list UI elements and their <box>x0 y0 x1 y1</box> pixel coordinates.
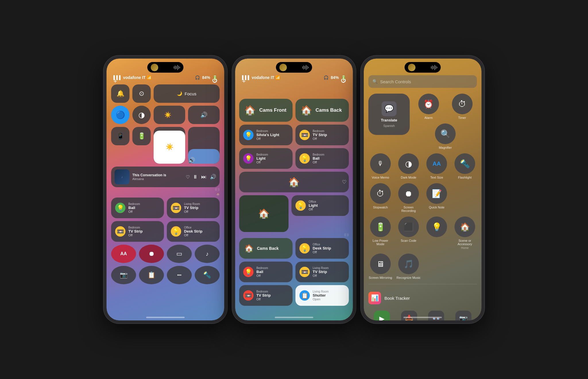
translate-button[interactable]: 💬 Translate Spanish <box>368 94 410 135</box>
battery-button[interactable]: 🔋 <box>132 127 151 145</box>
play-bottom-icon[interactable]: ▶ <box>374 311 390 320</box>
light-bulb-button[interactable]: 💡 <box>426 216 447 237</box>
playback-controls: ⏸ ⏭ 🔊 <box>193 174 216 180</box>
dark-mode-icon: ◑ <box>138 111 145 119</box>
more-button[interactable]: ••• <box>167 266 192 284</box>
bedroom-tv-strip-tile-2[interactable]: 📼 Bedroom TV Strip Off <box>295 125 349 145</box>
book-tracker-row[interactable]: 📊 Book Tracker <box>368 289 477 307</box>
home-scene-button-2[interactable]: 🏠 <box>239 195 289 232</box>
sliders-row: 🔵 ◑ ☀️ 🔊 <box>111 106 220 124</box>
bedroom-tv-strip-text: Bedroom TV Strip Off <box>128 226 160 237</box>
controls-row-2: 🎙 Voice Memo ◑ Dark Mode AA Text Size 🔦 … <box>368 153 477 179</box>
bedroom-tv-strip-tile[interactable]: 📼 Bedroom TV Strip Off <box>111 221 164 242</box>
quick-note-button[interactable]: 📝 <box>426 183 447 204</box>
office-desk-strip-tile[interactable]: 💡 Office Desk Strip Off <box>167 221 220 242</box>
camera-button[interactable]: 📷 <box>111 266 136 284</box>
search-icon: 🔍 <box>372 79 378 84</box>
recognize-music-button[interactable]: 🎵 <box>398 254 419 274</box>
screen-3: 🔍 Search Controls 💬 Translate Spanish ⏰ <box>364 59 481 320</box>
cams-back-tile-2[interactable]: 🏠 Cams Back <box>239 238 293 259</box>
rotation-lock-button[interactable]: ⊙ <box>132 84 151 103</box>
voice-memo-label: Voice Memo <box>372 176 389 179</box>
text-size-button[interactable]: AA <box>111 245 136 263</box>
focus-button[interactable]: 🌙 Focus <box>154 84 220 103</box>
pause-button[interactable]: ⏸ <box>193 174 198 180</box>
remote-icon: 📱 <box>117 132 124 140</box>
living-room-tv-strip-icon-2: 📼 <box>299 267 310 277</box>
brightness-slider[interactable]: ☀️ <box>154 106 185 124</box>
silvias-light-tile[interactable]: 💡 Bedroom Silvia's Light Off <box>239 125 293 145</box>
search-controls-bar[interactable]: 🔍 Search Controls <box>368 75 477 88</box>
volume-slider-tall[interactable]: 🔊 <box>188 127 220 164</box>
note-button[interactable]: 📋 <box>139 266 164 284</box>
heart-icon: ♡ <box>342 179 347 185</box>
living-room-tv-strip-tile[interactable]: 📼 Living Room TV Strip Off <box>167 198 220 218</box>
power-button-2[interactable]: ⏻ <box>341 78 346 84</box>
low-power-ctrl: 🔋 Low Power Mode <box>368 216 392 250</box>
volume-button[interactable]: 🔊 <box>210 174 216 180</box>
flashlight-button-3[interactable]: 🔦 <box>454 153 475 174</box>
power-button[interactable]: ⏻ <box>212 78 217 84</box>
screen-record-button[interactable]: ⏺ <box>139 245 164 263</box>
add-button-2[interactable]: + <box>242 78 246 85</box>
home-indicator-1 <box>146 317 185 318</box>
living-room-shutter-tile[interactable]: 📋 Living Room Shutter Open <box>295 285 349 306</box>
aa-icon: AA <box>120 251 127 256</box>
section-divider <box>368 284 477 284</box>
living-room-tv-strip-tile-2[interactable]: 📼 Living Room TV Strip Off <box>295 262 349 282</box>
translate-label: Translate <box>381 118 397 122</box>
scene-accessory-button[interactable]: 🏠 <box>454 216 475 237</box>
moon-icon: 🌙 <box>177 91 182 96</box>
add-button[interactable]: + <box>113 78 117 85</box>
office-light-tile[interactable]: 💡 Office Light Off <box>291 195 349 216</box>
desk-strip-icon: 💡 <box>171 226 181 237</box>
dark-mode-button[interactable]: ◑ <box>132 106 151 124</box>
heart-fav[interactable]: ♡ <box>186 174 190 180</box>
bedroom-ball-tile[interactable]: 💡 Bedroom Ball Off <box>111 198 164 218</box>
cams-back-tile[interactable]: 🏠 Cams Back <box>295 99 349 122</box>
stopwatch-button[interactable]: ⏱ <box>370 183 391 204</box>
bedroom-tv-strip-red-tile[interactable]: 📼 Bedroom TV Strip Off <box>239 285 293 306</box>
remote-button[interactable]: 📱 <box>111 127 129 145</box>
flashlight-button[interactable]: 🔦 <box>195 266 220 284</box>
magnifier-button[interactable]: 🔍 <box>435 123 456 144</box>
di-avatar-2 <box>279 64 287 71</box>
quick-note-ctrl: 📝 Quick Note <box>425 183 449 212</box>
next-button[interactable]: ⏭ <box>201 174 206 180</box>
voice-memo-button[interactable]: 🎙 <box>370 153 391 174</box>
inbox-bottom-icon[interactable]: 📥 <box>401 311 417 320</box>
office-desk-strip-tile-2[interactable]: 💡 Office Desk Strip Off <box>295 238 349 259</box>
bluetooth-button[interactable]: 🔵 <box>111 106 129 124</box>
text-size-button-3[interactable]: AA <box>426 153 447 174</box>
bedroom-light-tile[interactable]: 💡 Bedroom Light Off <box>239 148 293 169</box>
screenshot-bottom-icon[interactable]: 📷 <box>455 311 471 320</box>
bell-icon: 🔔 <box>117 90 124 97</box>
track-title: This Conversation is <box>132 173 183 177</box>
di-waveform-1 <box>174 65 180 70</box>
cams-front-tile[interactable]: 🏠 Cams Front <box>239 99 293 122</box>
recognize-music-ctrl: 🎵 Recognize Music <box>396 254 421 279</box>
alarm-button[interactable]: ⏰ <box>418 94 439 114</box>
dark-mode-button-3[interactable]: ◑ <box>398 153 419 174</box>
scan-code-button[interactable]: ⬛ <box>398 216 419 237</box>
glasses-bottom-icon[interactable]: 👓 <box>428 311 444 320</box>
screen-mirror-button-3[interactable]: 🖥 <box>370 254 391 274</box>
low-power-button[interactable]: 🔋 <box>370 216 391 237</box>
mute-button[interactable]: 🔔 <box>111 84 129 103</box>
flashlight-label: Flashlight <box>458 176 471 179</box>
timer-ctrl-item: ⏱ Timer <box>447 94 477 119</box>
timer-label: Timer <box>458 116 466 119</box>
bedroom-ball-red-tile[interactable]: 💡 Bedroom Ball Off <box>239 262 293 282</box>
screen-mirror-button[interactable]: ▭ <box>167 245 192 263</box>
volume-slider[interactable]: 🔊 <box>188 106 220 124</box>
brightness-slider-tall[interactable]: ☀️ <box>154 127 185 164</box>
screen-record-button-3[interactable]: ⏺ <box>398 183 419 204</box>
home-scene-button-1[interactable]: 🏠 <box>239 172 349 192</box>
bedroom-ball-tile-2[interactable]: 💡 Bedroom Ball Off <box>295 148 349 169</box>
book-tracker-label: Book Tracker <box>384 296 410 301</box>
last-tiles-row: 📼 Bedroom TV Strip Off 📋 Living Room Shu… <box>239 285 349 306</box>
track-artist: Alesana <box>132 177 183 181</box>
now-playing-widget[interactable]: ♪ This Conversation is Alesana ♡ ⏸ ⏭ 🔊 <box>111 167 220 187</box>
timer-button[interactable]: ⏱ <box>452 94 473 114</box>
shazam-button[interactable]: ♪ <box>195 245 220 263</box>
